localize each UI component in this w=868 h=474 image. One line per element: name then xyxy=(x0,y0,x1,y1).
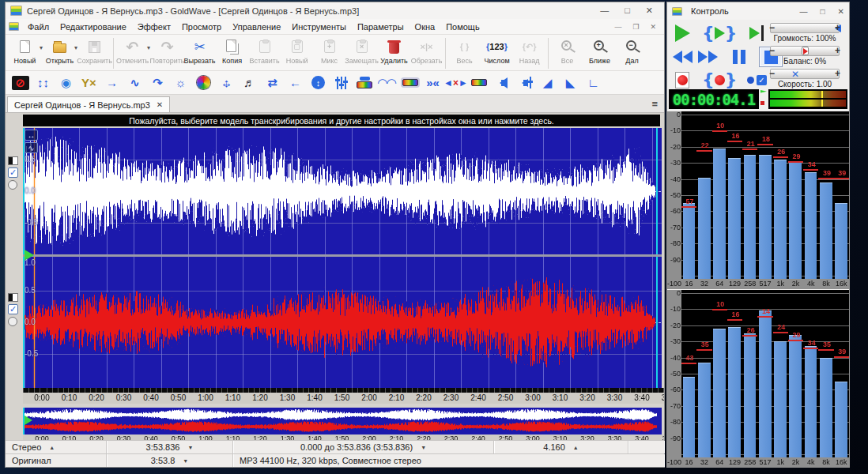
time-tick-label: 2:10 xyxy=(389,393,404,402)
volume-minus-button[interactable]: − xyxy=(769,22,775,33)
interpolate-icon[interactable]: ↔↕ xyxy=(215,73,238,93)
right-channel-view-button[interactable] xyxy=(8,293,18,302)
status-channels[interactable]: Стерео▲ xyxy=(6,441,107,453)
document-tab[interactable]: Сергей Одинцов - Я Вернусь.mp3 ✕ xyxy=(7,96,170,112)
noise-reduction-icon[interactable] xyxy=(192,73,215,93)
volume-fader-icon[interactable] xyxy=(513,73,536,93)
menu-управление[interactable]: Управление xyxy=(227,21,286,33)
hscroll-mode-icon[interactable]: ↔ xyxy=(25,130,38,141)
left-channel-radio[interactable] xyxy=(8,180,17,190)
expression-icon[interactable]: Y× xyxy=(77,73,100,93)
title-bar[interactable]: Сергей Одинцов - Я Вернусь.mp3 - GoldWav… xyxy=(6,2,664,19)
status-zoom[interactable]: 4.160▲ xyxy=(494,441,628,453)
cancel-move-icon[interactable]: ◄×► xyxy=(444,73,467,93)
menu-эффект[interactable]: Эффект xyxy=(132,21,176,33)
control-minimize-icon[interactable]: — xyxy=(800,7,808,16)
dropdown-caret-icon[interactable]: ▾ xyxy=(74,44,77,51)
filter-music-icon[interactable]: ♬ xyxy=(238,73,261,93)
spectrum-filter-icon[interactable] xyxy=(353,73,376,93)
menu-помощь[interactable]: Помощь xyxy=(440,21,485,33)
maximize-icon[interactable]: □ xyxy=(625,6,630,16)
right-channel-radio[interactable] xyxy=(8,317,17,326)
ближе-button[interactable]: +Ближе xyxy=(583,36,616,65)
fade-in-icon[interactable]: ◢ xyxy=(536,73,559,93)
открыть-button[interactable]: Открыть xyxy=(43,36,76,65)
speed-thumb[interactable]: ✕ xyxy=(791,69,799,80)
status-total-length[interactable]: 3:53.836▼ xyxy=(107,441,233,453)
balance-slider[interactable]: − + xyxy=(770,46,840,56)
converge-icon[interactable]: »« xyxy=(421,73,444,93)
volume-icon[interactable] xyxy=(490,73,513,93)
exchange-icon[interactable]: ⇄ xyxy=(261,73,284,93)
volume-slider[interactable]: − + xyxy=(770,23,840,33)
flange-icon[interactable]: ∿ xyxy=(123,73,146,93)
числом-button[interactable]: {123}Числом xyxy=(481,36,513,65)
новый-button[interactable]: Новый xyxy=(9,36,41,65)
equalizer-icon[interactable] xyxy=(330,73,353,93)
dropdown-caret-icon[interactable]: ▾ xyxy=(40,44,43,51)
time-tick-label: 0:30 xyxy=(116,393,131,402)
speed-plus-button[interactable]: + xyxy=(835,68,840,79)
mute-icon[interactable]: ⊘ xyxy=(9,73,32,93)
play-button[interactable] xyxy=(670,23,694,43)
mdi-close-icon[interactable]: ✕ xyxy=(650,23,656,31)
time-tick-label: 1:10 xyxy=(225,393,240,402)
tab-close-icon[interactable]: ✕ xyxy=(157,100,163,109)
spectrum-bar xyxy=(698,363,711,457)
channel-divider xyxy=(23,254,662,257)
spectrum-frame-icon[interactable] xyxy=(398,73,421,93)
status-length[interactable]: 3:53.8▼ xyxy=(107,454,233,467)
rewind-button[interactable] xyxy=(670,47,694,67)
balance-plus-button[interactable]: + xyxy=(835,45,840,56)
balance-thumb[interactable] xyxy=(802,47,809,55)
вырезать-button[interactable]: ✂Вырезать xyxy=(183,36,216,65)
menu-окна[interactable]: Окна xyxy=(409,21,441,33)
volume-plus-button[interactable]: + xyxy=(835,22,840,33)
center-channel-icon[interactable]: ↕ xyxy=(307,73,330,93)
mechanize-icon[interactable]: ☼ xyxy=(169,73,192,93)
waveform-view[interactable]: 0.50.0-0.51.00.50.0-0.5 ↔ ∿ xyxy=(23,128,662,388)
overview-strip[interactable] xyxy=(23,408,662,434)
close-icon[interactable]: ✕ xyxy=(646,6,653,16)
menu-файл[interactable]: Файл xyxy=(22,21,55,33)
record-button[interactable] xyxy=(670,70,694,90)
tab-list-icon[interactable]: ≡ xyxy=(651,98,662,112)
fade-out-icon[interactable]: ◣ xyxy=(559,73,582,93)
control-maximize-icon[interactable]: □ xyxy=(821,7,825,16)
balance-minus-button[interactable]: − xyxy=(769,45,775,56)
offset-left-icon[interactable]: ← xyxy=(284,73,307,93)
mdi-restore-icon[interactable]: ❐ xyxy=(632,23,639,31)
menu-инструменты[interactable]: Инструменты xyxy=(286,21,352,33)
pitch-sphere-icon[interactable]: ◉ xyxy=(55,73,77,93)
control-title-bar[interactable]: Контроль — □ ✕ xyxy=(667,2,849,20)
left-channel-view-button[interactable] xyxy=(8,156,18,165)
fast-forward-button[interactable] xyxy=(696,47,719,67)
control-close-icon[interactable]: ✕ xyxy=(838,7,844,16)
mdi-minimize-icon[interactable]: — xyxy=(614,23,621,31)
копия-button[interactable]: Копия xyxy=(216,36,248,65)
menu-параметры[interactable]: Параметры xyxy=(352,21,409,33)
play-selection-button[interactable]: {} xyxy=(702,23,737,43)
speed-minus-button[interactable]: − xyxy=(769,68,775,79)
spectrum-wagon-icon[interactable] xyxy=(467,73,490,93)
wave-tool-icon[interactable]: ∿ xyxy=(25,142,38,153)
reverse-icon[interactable]: ↷ xyxy=(146,73,169,93)
дал-button[interactable]: −Дал xyxy=(616,36,648,65)
time-tick-label: 1:30 xyxy=(281,434,295,440)
pause-button[interactable] xyxy=(727,47,751,67)
transcription-notification[interactable]: Пожалуйста, выберите модель транскрибиро… xyxy=(23,115,660,126)
minimize-icon[interactable]: — xyxy=(600,6,609,16)
menu-просмотр[interactable]: Просмотр xyxy=(176,21,227,33)
menu-редактирование[interactable]: Редактирование xyxy=(55,21,132,33)
status-selection[interactable]: 0.000 до 3:53.836 (3:53.836)▼ xyxy=(233,441,494,453)
corner-icon[interactable]: ∟ xyxy=(582,73,605,93)
left-channel-checkbox[interactable]: ✓ xyxy=(8,167,18,178)
speed-slider[interactable]: − ✕ + xyxy=(770,69,840,79)
doppler-icon[interactable]: → xyxy=(100,73,123,93)
gate-icon[interactable]: ◠◠ xyxy=(376,73,398,93)
удалить-button[interactable]: Удалить xyxy=(378,36,410,65)
adjust-channels-icon[interactable]: ↕↕ xyxy=(32,73,55,93)
selection-end-marker[interactable] xyxy=(656,128,658,388)
right-channel-checkbox[interactable]: ✓ xyxy=(8,304,18,314)
record-selection-button[interactable]: {} xyxy=(702,70,737,90)
